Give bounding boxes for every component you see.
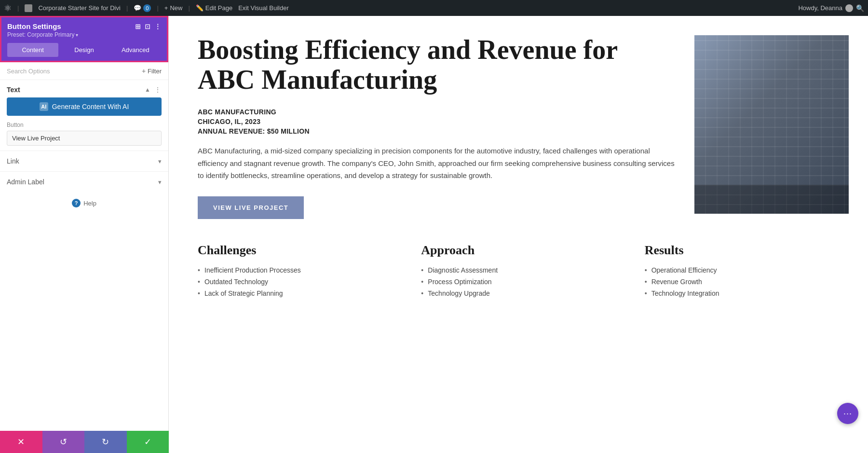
- challenges-title: Challenges: [198, 243, 402, 258]
- hero-body-text: ABC Manufacturing, a mid-sized company s…: [198, 145, 675, 182]
- new-link[interactable]: + New: [164, 4, 183, 12]
- button-settings-header: Button Settings ⊞ ⊡ ⋮ Preset: Corporate …: [0, 16, 168, 62]
- list-item: Lack of Strategic Planning: [198, 289, 402, 297]
- comments-count: 0: [143, 4, 151, 12]
- settings-tabs: Content Design Advanced: [7, 43, 161, 57]
- help-icon: ?: [72, 199, 81, 207]
- pencil-icon: ✏️: [196, 4, 203, 12]
- admin-label-header[interactable]: Admin Label ▾: [0, 172, 168, 192]
- button-field-group: Button: [0, 122, 168, 151]
- howdy-section: Howdy, Deanna 🔍: [798, 4, 864, 12]
- exit-visual-builder-link[interactable]: Exit Visual Builder: [238, 4, 289, 12]
- page-wrapper: Button Settings ⊞ ⊡ ⋮ Preset: Corporate …: [0, 16, 868, 453]
- tab-design[interactable]: Design: [58, 43, 109, 57]
- list-item: Technology Integration: [645, 289, 849, 297]
- results-title: Results: [645, 243, 849, 258]
- challenges-column: Challenges Inefficient Production Proces…: [198, 243, 402, 301]
- text-section-header: Text ▲ ⋮: [0, 80, 168, 97]
- admin-label-section: Admin Label ▾: [0, 171, 168, 192]
- approach-list: Diagnostic Assessment Process Optimizati…: [421, 266, 625, 297]
- location-year: CHICAGO, IL, 2023: [198, 118, 675, 125]
- plus-icon: +: [164, 4, 168, 12]
- list-item: Operational Efficiency: [645, 266, 849, 274]
- meta-block: ABC MANUFACTURING CHICAGO, IL, 2023 ANNU…: [198, 108, 675, 135]
- preset-chevron-icon: ▾: [76, 32, 78, 38]
- list-item: Outdated Technology: [198, 278, 402, 286]
- cancel-icon: ✕: [17, 437, 25, 447]
- tab-content[interactable]: Content: [7, 43, 58, 57]
- preset-label[interactable]: Preset: Corporate Primary ▾: [7, 31, 161, 38]
- user-avatar: [845, 4, 853, 12]
- admin-bar: ⚛ | Corporate Starter Site for Divi | 💬 …: [0, 0, 868, 16]
- cancel-button[interactable]: ✕: [0, 431, 42, 453]
- sidebar-panel: Button Settings ⊞ ⊡ ⋮ Preset: Corporate …: [0, 16, 169, 453]
- site-name[interactable]: Corporate Starter Site for Divi: [38, 4, 121, 12]
- more-options-icon[interactable]: ⋮: [154, 23, 161, 30]
- undo-button[interactable]: ↺: [42, 431, 85, 453]
- link-chevron-icon: ▾: [158, 158, 162, 165]
- wp-logo-icon: ⚛: [4, 3, 12, 14]
- help-label: Help: [83, 200, 96, 207]
- results-list: Operational Efficiency Revenue Growth Te…: [645, 266, 849, 297]
- undo-icon: ↺: [60, 437, 67, 447]
- filter-button[interactable]: + Filter: [142, 67, 162, 75]
- main-content: Boosting Efficiency and Revenue for ABC …: [169, 16, 868, 453]
- button-field-label: Button: [7, 122, 162, 128]
- company-name: ABC MANUFACTURING: [198, 108, 675, 116]
- list-item: Revenue Growth: [645, 278, 849, 286]
- tab-advanced[interactable]: Advanced: [110, 43, 161, 57]
- filter-plus-icon: +: [142, 67, 146, 75]
- save-icon: ✓: [144, 437, 151, 447]
- view-live-project-button[interactable]: VIEW LIVE PROJECT: [198, 196, 304, 219]
- hero-title: Boosting Efficiency and Revenue for ABC …: [198, 35, 675, 95]
- link-section: Link ▾: [0, 151, 168, 171]
- comment-icon: 💬: [134, 4, 141, 12]
- link-section-label: Link: [7, 157, 19, 165]
- redo-button[interactable]: ↻: [84, 431, 127, 453]
- list-item: Inefficient Production Processes: [198, 266, 402, 274]
- site-favicon-icon: [25, 4, 32, 12]
- ai-icon: AI: [40, 102, 48, 111]
- comments-link[interactable]: 💬 0: [134, 4, 151, 12]
- hero-image: [694, 35, 849, 214]
- redo-icon: ↻: [102, 437, 109, 447]
- panel-title: Button Settings: [7, 22, 61, 30]
- list-item: Process Optimization: [421, 278, 625, 286]
- hero-text: Boosting Efficiency and Revenue for ABC …: [198, 35, 675, 219]
- annual-revenue: ANNUAL REVENUE: $50 MILLION: [198, 127, 675, 135]
- admin-label-text: Admin Label: [7, 178, 44, 186]
- text-section-more-icon[interactable]: ⋮: [154, 86, 162, 94]
- results-column: Results Operational Efficiency Revenue G…: [645, 243, 849, 301]
- bottom-toolbar: ✕ ↺ ↻ ✓: [0, 431, 169, 453]
- text-section-title: Text: [7, 86, 20, 94]
- search-options-placeholder[interactable]: Search Options: [7, 68, 50, 75]
- save-button[interactable]: ✓: [127, 431, 169, 453]
- screenshot-icon[interactable]: ⊞: [135, 23, 141, 30]
- challenges-list: Inefficient Production Processes Outdate…: [198, 266, 402, 297]
- edit-page-link[interactable]: ✏️ Edit Page: [196, 4, 232, 12]
- search-options-bar: Search Options + Filter: [0, 62, 168, 80]
- floating-dots-button[interactable]: ···: [837, 403, 858, 424]
- generate-content-ai-button[interactable]: AI Generate Content With AI: [7, 97, 162, 116]
- approach-title: Approach: [421, 243, 625, 258]
- layout-icon[interactable]: ⊡: [145, 23, 150, 30]
- header-icons: ⊞ ⊡ ⋮: [135, 23, 161, 30]
- list-item: Diagnostic Assessment: [421, 266, 625, 274]
- search-icon[interactable]: 🔍: [856, 4, 864, 12]
- howdy-text: Howdy, Deanna: [798, 4, 842, 12]
- three-columns: Challenges Inefficient Production Proces…: [198, 243, 849, 301]
- approach-column: Approach Diagnostic Assessment Process O…: [421, 243, 625, 301]
- hero-section: Boosting Efficiency and Revenue for ABC …: [198, 35, 849, 219]
- admin-label-chevron-icon: ▾: [158, 178, 162, 186]
- text-section-chevron-icon[interactable]: ▲: [145, 86, 150, 93]
- help-row[interactable]: ? Help: [0, 192, 168, 214]
- link-section-header[interactable]: Link ▾: [0, 151, 168, 171]
- button-text-input[interactable]: [7, 131, 162, 146]
- list-item: Technology Upgrade: [421, 289, 625, 297]
